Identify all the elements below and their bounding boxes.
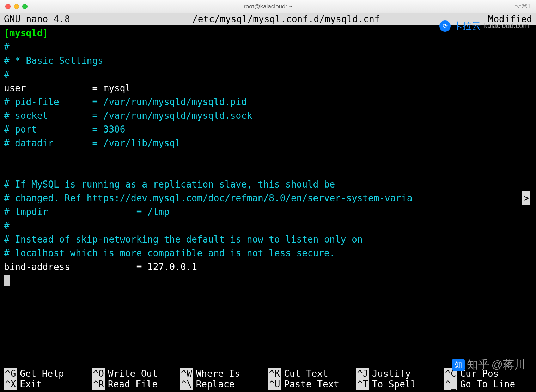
terminal-line: # socket = /var/run/mysqld/mysqld.sock [4,109,532,123]
terminal-line: # pid-file = /var/run/mysqld/mysqld.pid [4,95,532,109]
titlebar-right-icons: ⌥⌘1 [514,3,531,10]
terminal-text: # If MySQL is running as a replication s… [4,179,335,190]
terminal-text: [mysqld] [4,28,48,38]
terminal-line: # [4,68,532,81]
terminal-text: # * Basic Settings [4,55,103,66]
shortcut-write-out[interactable]: ^OWrite Out [92,368,180,379]
nano-app-name: GNU nano 4.8 [4,14,84,24]
terminal-text: # [4,42,10,52]
terminal-text: # pid-file = /var/run/mysqld/mysqld.pid [4,97,247,107]
terminal-line: user = mysql [4,81,532,95]
shortcut-replace[interactable]: ^\Replace [180,379,268,390]
shortcut-go-to-line[interactable]: ^_Go To Line [444,379,532,390]
shortcut-label: Get Help [20,368,64,379]
shortcut-paste-text[interactable]: ^UPaste Text [268,379,356,390]
terminal-line: # localhost which is more compatible and… [4,246,532,260]
terminal-text: # [4,220,10,231]
minimize-icon[interactable] [14,4,19,9]
shortcut-exit[interactable]: ^XExit [4,379,92,390]
text-cursor [4,275,10,286]
watermark-platform: 知乎 [467,357,489,373]
shortcut-label: Paste Text [284,379,339,390]
shortcut-to-spell[interactable]: ^TTo Spell [356,379,444,390]
terminal-line [4,150,532,164]
shortcut-label: Exit [20,379,42,390]
nano-filepath: /etc/mysql/mysql.conf.d/mysqld.cnf [84,14,488,24]
terminal-text: # localhost which is more compatible and… [4,248,335,258]
shortcut-key: ^W [180,368,193,379]
terminal-line: # Instead of skip-networking the default… [4,233,532,246]
terminal-line: # * Basic Settings [4,54,532,68]
shortcut-key: ^T [356,379,369,390]
watermark-brand-en: kalacloud.com [484,22,529,30]
shortcut-key: ^J [356,368,369,379]
shortcut-label: Write Out [108,368,158,379]
terminal-text [4,152,10,162]
shortcut-label: Where Is [196,368,240,379]
traffic-lights [5,4,28,9]
terminal-line: # tmpdir = /tmp [4,205,532,219]
shortcut-label: To Spell [372,379,416,390]
shortcut-key: ^K [268,368,281,379]
terminal-text [4,165,10,176]
terminal-text: # [4,69,10,80]
terminal-text: # tmpdir = /tmp [4,207,170,217]
terminal-text: # port = 3306 [4,124,125,135]
terminal-text: # changed. Ref https://dev.mysql.com/doc… [4,193,412,203]
shortcut-key: ^G [4,368,17,379]
titlebar[interactable]: root@kalacloud: ~ ⌥⌘1 [0,0,536,13]
shortcut-where-is[interactable]: ^WWhere Is [180,368,268,379]
shortcut-key: ^R [92,379,105,390]
window-title: root@kalacloud: ~ [244,3,292,10]
shortcut-label: Read File [108,379,158,390]
shortcut-key: ^_ [444,379,457,390]
shortcut-label: Cut Text [284,368,328,379]
terminal-text: # datadir = /var/lib/mysql [4,138,181,148]
shortcut-key: ^X [4,379,17,390]
shortcut-label: Justify [372,368,411,379]
shortcut-get-help[interactable]: ^GGet Help [4,368,92,379]
terminal-line: # port = 3306 [4,123,532,136]
terminal-line: # [4,40,532,54]
shortcut-label: Go To Line [460,379,516,390]
kalacloud-logo-icon: ⟳ [439,20,451,32]
terminal-line: # [4,219,532,233]
zhihu-logo-icon: 知 [452,359,465,371]
terminal-text: user = mysql [4,83,131,93]
shortcut-label: Replace [196,379,235,390]
terminal-body[interactable]: [mysqld]## * Basic Settings#user = mysql… [0,25,536,368]
shortcut-key: ^O [92,368,105,379]
terminal-window: root@kalacloud: ~ ⌥⌘1 GNU nano 4.8 /etc/… [0,0,536,392]
terminal-line [4,164,532,178]
watermark-brand-cn: 卡拉云 [453,20,481,32]
terminal-text: bind-address = 127.0.0.1 [4,262,197,272]
shortcut-read-file[interactable]: ^RRead File [92,379,180,390]
terminal-line: # datadir = /var/lib/mysql [4,136,532,150]
terminal-text: # socket = /var/run/mysqld/mysqld.sock [4,110,252,121]
maximize-icon[interactable] [22,4,28,9]
terminal-text: # Instead of skip-networking the default… [4,234,363,245]
terminal-line: # If MySQL is running as a replication s… [4,178,532,191]
watermark-author: @蒋川 [492,357,525,373]
cursor-line [4,274,532,288]
watermark-top: ⟳ 卡拉云 kalacloud.com [439,20,529,32]
terminal-line: bind-address = 127.0.0.1 [4,260,532,274]
watermark-bottom: 知 知乎 @蒋川 [452,357,525,373]
shortcut-cut-text[interactable]: ^KCut Text [268,368,356,379]
terminal-line: # changed. Ref https://dev.mysql.com/doc… [4,191,532,205]
shortcut-key: ^\ [180,379,193,390]
shortcut-key: ^U [268,379,281,390]
close-icon[interactable] [5,4,11,9]
overflow-indicator: > [522,191,530,205]
shortcut-justify[interactable]: ^JJustify [356,368,444,379]
